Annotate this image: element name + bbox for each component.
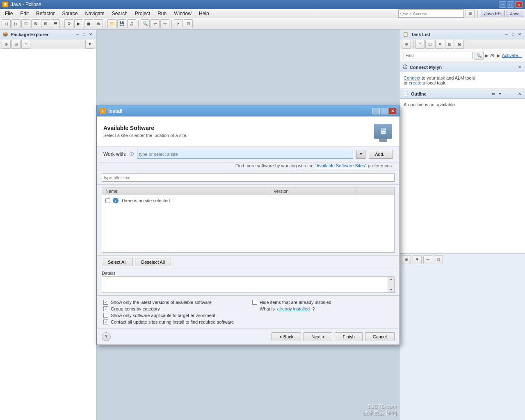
mylyn-close-button[interactable]: ✕ xyxy=(517,64,523,70)
back-button[interactable]: < Back xyxy=(272,332,301,341)
no-site-text: There is no site selected. xyxy=(121,198,171,203)
connect-link[interactable]: Connect xyxy=(404,75,420,80)
toolbar-btn-4[interactable]: ⊠ xyxy=(31,19,40,28)
package-explorer-toolbar: ⊕ ⊞ ≡ ▼ xyxy=(0,39,96,49)
perspective-java-button[interactable]: Java xyxy=(507,10,523,17)
menu-run[interactable]: Run xyxy=(154,10,170,17)
dialog-header-section: Available Software Select a site or ente… xyxy=(97,116,399,146)
menu-file[interactable]: File xyxy=(2,10,16,17)
center-area: E Install ─ □ ✕ Available Software Sele xyxy=(96,30,400,420)
toolbar-btn-6[interactable]: ☰ xyxy=(51,19,60,28)
toolbar-btn-2[interactable]: ▷ xyxy=(11,19,21,28)
scroll-down-arrow[interactable]: ▼ xyxy=(388,288,394,292)
outline-minimize-button[interactable]: ─ xyxy=(504,91,509,97)
toolbar-btn-10[interactable]: ⊕ xyxy=(94,19,103,28)
dialog-minimize-button[interactable]: ─ xyxy=(372,108,380,114)
pe-btn-menu[interactable]: ▼ xyxy=(85,40,94,49)
add-button[interactable]: Add... xyxy=(369,150,393,159)
toolbar-btn-7[interactable]: ⚙ xyxy=(64,19,73,28)
toolbar-btn-17[interactable]: ✂ xyxy=(174,19,183,28)
br-btn-3[interactable]: ─ xyxy=(423,255,432,264)
task-btn-4[interactable]: ⊞ xyxy=(445,40,454,49)
task-close-button[interactable]: ✕ xyxy=(517,32,523,37)
task-expand-icon[interactable]: ▶ xyxy=(485,53,488,58)
br-btn-4[interactable]: □ xyxy=(434,255,443,264)
maximize-button[interactable]: □ xyxy=(507,1,514,8)
create-link[interactable]: create xyxy=(409,80,422,85)
toolbar-btn-15[interactable]: ↩ xyxy=(151,19,160,28)
outline-header: 📄 Outline ⊕ ▼ ─ □ ✕ xyxy=(400,89,525,99)
help-button[interactable]: ? xyxy=(102,332,111,341)
workwith-input[interactable] xyxy=(137,150,353,159)
cancel-button[interactable]: Cancel xyxy=(365,332,395,341)
minimize-panel-button[interactable]: ─ xyxy=(75,32,80,37)
deselect-all-button[interactable]: Deselect All xyxy=(135,258,171,266)
br-btn-2[interactable]: ▼ xyxy=(413,255,422,264)
toolbar-btn-1[interactable]: ◁ xyxy=(2,19,11,28)
next-button[interactable]: Next > xyxy=(304,332,332,341)
toolbar-icon-1[interactable]: ⊞ xyxy=(466,9,475,18)
task-maximize-button[interactable]: □ xyxy=(510,32,516,37)
task-btn-3[interactable]: ✕ xyxy=(435,40,444,49)
option-group-category-checkbox[interactable] xyxy=(103,306,108,311)
outline-close-button[interactable]: ✕ xyxy=(517,91,523,97)
menu-window[interactable]: Window xyxy=(171,10,195,17)
toolbar-btn-14[interactable]: 🔍 xyxy=(141,19,150,28)
workwith-info-icon[interactable]: ⓘ xyxy=(130,151,134,157)
toolbar-btn-3[interactable]: ⊡ xyxy=(21,19,30,28)
option-latest-versions-checkbox[interactable] xyxy=(103,300,108,305)
toolbar-btn-9[interactable]: ◼ xyxy=(84,19,93,28)
toolbar-btn-11[interactable]: 📁 xyxy=(107,19,116,28)
workwith-dropdown[interactable]: ▼ xyxy=(356,150,365,159)
menu-source[interactable]: Source xyxy=(59,10,81,17)
task-btn-5[interactable]: ⊠ xyxy=(455,40,464,49)
close-panel-button[interactable]: ✕ xyxy=(88,32,94,37)
task-find-input[interactable] xyxy=(404,52,473,59)
menu-refactor[interactable]: Refactor xyxy=(33,10,58,17)
task-search-btn[interactable]: 🔍 xyxy=(475,51,484,60)
option-target-env-checkbox[interactable] xyxy=(103,313,108,318)
finish-button[interactable]: Finish xyxy=(335,332,362,341)
toolbar-btn-18[interactable]: ⊡ xyxy=(184,19,193,28)
toolbar-btn-5[interactable]: ⊞ xyxy=(41,19,50,28)
filter-input[interactable] xyxy=(102,173,395,182)
task-all-expand-icon[interactable]: ▶ xyxy=(497,53,500,58)
close-button[interactable]: ✕ xyxy=(515,1,523,8)
outline-btn-2[interactable]: ▼ xyxy=(497,91,503,97)
menu-search[interactable]: Search xyxy=(109,10,131,17)
no-site-checkbox[interactable] xyxy=(105,198,110,203)
toolbar-btn-8[interactable]: ▶ xyxy=(74,19,83,28)
pe-btn-2[interactable]: ⊞ xyxy=(11,40,21,49)
package-explorer-icon: 📦 xyxy=(2,32,8,37)
task-activate-link[interactable]: Activate... xyxy=(502,53,522,58)
pe-btn-1[interactable]: ⊕ xyxy=(2,40,11,49)
task-new-button[interactable]: ⊕ xyxy=(402,40,411,49)
toolbar-btn-12[interactable]: 💾 xyxy=(117,19,126,28)
menu-navigate[interactable]: Navigate xyxy=(82,10,107,17)
select-all-button[interactable]: Select All xyxy=(102,258,132,266)
menu-edit[interactable]: Edit xyxy=(17,10,32,17)
info-icon: i xyxy=(113,198,119,203)
option-contact-sites-checkbox[interactable] xyxy=(103,320,108,324)
outline-maximize-button[interactable]: □ xyxy=(510,91,516,97)
dialog-close-button[interactable]: ✕ xyxy=(389,108,396,114)
quick-access-input[interactable] xyxy=(398,9,464,18)
option-hide-installed-checkbox[interactable] xyxy=(252,300,257,305)
perspective-java-ee-button[interactable]: Java EE xyxy=(481,10,505,17)
pe-btn-3[interactable]: ≡ xyxy=(21,40,30,49)
task-btn-2[interactable]: ⊡ xyxy=(425,40,434,49)
menu-help[interactable]: Help xyxy=(196,10,212,17)
task-btn-1[interactable]: ≡ xyxy=(415,40,425,49)
menu-project[interactable]: Project xyxy=(132,10,153,17)
minimize-button[interactable]: ─ xyxy=(499,1,506,8)
scroll-up-arrow[interactable]: ▲ xyxy=(388,277,394,282)
dialog-maximize-button[interactable]: □ xyxy=(381,108,388,114)
toolbar-btn-13[interactable]: 🖨 xyxy=(127,19,136,28)
maximize-panel-button[interactable]: □ xyxy=(81,32,87,37)
outline-btn-1[interactable]: ⊕ xyxy=(491,91,496,97)
br-btn-1[interactable]: ⊕ xyxy=(402,255,411,264)
task-minimize-button[interactable]: ─ xyxy=(504,32,509,37)
already-installed-link[interactable]: already installed xyxy=(277,306,310,311)
available-sites-link[interactable]: "Available Software Sites" xyxy=(315,163,367,168)
toolbar-btn-16[interactable]: ↪ xyxy=(160,19,169,28)
